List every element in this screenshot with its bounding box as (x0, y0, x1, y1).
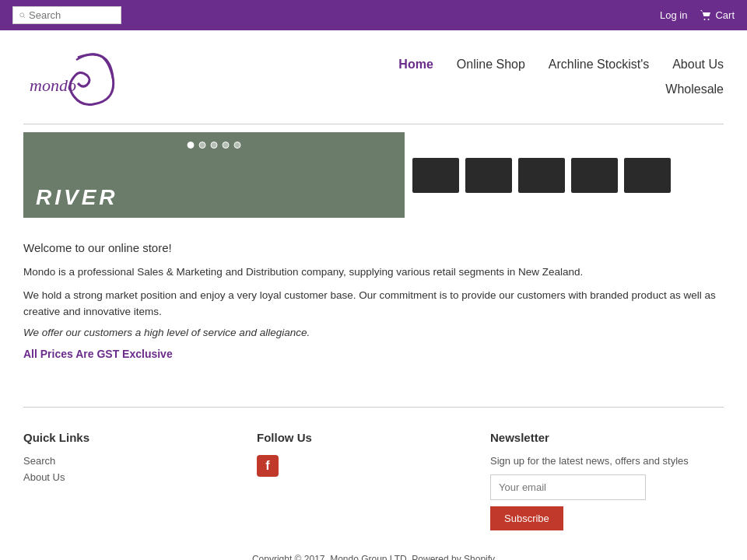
footer-aboutus-link[interactable]: About Us (23, 471, 257, 483)
footer-search-link[interactable]: Search (23, 455, 257, 467)
footer-newsletter: Newsletter Sign up for the latest news, … (490, 431, 724, 530)
newsletter-text: Sign up for the latest news, offers and … (490, 455, 724, 467)
footer: Quick Links Search About Us Follow Us f … (0, 408, 747, 546)
svg-line-1 (23, 16, 25, 18)
thumb-3[interactable] (518, 158, 565, 193)
thumb-2[interactable] (465, 158, 512, 193)
logo-image: mondo (23, 38, 117, 116)
main-content: Welcome to our online store! Mondo is a … (0, 226, 747, 383)
email-input[interactable] (490, 474, 646, 500)
search-input[interactable] (29, 9, 114, 21)
dot-4[interactable] (223, 142, 230, 149)
nav-top: Home Online Shop Archline Stockist's Abo… (398, 58, 724, 72)
nav-about-us[interactable]: About Us (672, 58, 724, 72)
banner-main[interactable]: RIVER (23, 132, 405, 218)
dot-1[interactable] (188, 142, 195, 149)
facebook-link[interactable]: f (257, 455, 279, 477)
thumb-5[interactable] (624, 158, 671, 193)
prices-note: All Prices Are GST Exclusive (23, 348, 724, 360)
copyright-text: Copyright © 2017, Mondo Group LTD. (252, 554, 409, 560)
search-form[interactable] (12, 6, 121, 24)
nav-area: Home Online Shop Archline Stockist's Abo… (398, 58, 724, 96)
svg-point-3 (708, 19, 710, 20)
dot-2[interactable] (199, 142, 206, 149)
followus-title: Follow Us (257, 431, 490, 444)
about-para-3: We offer our customers a high level of s… (23, 327, 724, 338)
thumb-4[interactable] (571, 158, 618, 193)
thumb-1[interactable] (412, 158, 459, 193)
about-para-1: Mondo is a professional Sales & Marketin… (23, 264, 724, 281)
header: mondo Home Online Shop Archline Stockist… (0, 30, 747, 124)
about-para-2: We hold a strong market position and enj… (23, 287, 724, 320)
nav-wholesale[interactable]: Wholesale (665, 82, 724, 96)
welcome-title: Welcome to our online store! (23, 241, 724, 254)
banner-area: RIVER (0, 124, 747, 226)
logo: mondo (23, 38, 117, 116)
search-icon (19, 11, 26, 20)
nav-archline[interactable]: Archline Stockist's (549, 58, 649, 72)
footer-followus: Follow Us f (257, 431, 490, 530)
nav-bottom: Wholesale (665, 82, 724, 96)
copyright-area: Copyright © 2017, Mondo Group LTD. Power… (0, 546, 747, 560)
newsletter-title: Newsletter (490, 431, 724, 444)
subscribe-button[interactable]: Subscribe (490, 506, 563, 530)
cart-wrap[interactable]: Cart (700, 9, 735, 22)
login-link[interactable]: Log in (660, 9, 687, 21)
banner-text: RIVER (36, 185, 118, 210)
footer-quicklinks: Quick Links Search About Us (23, 431, 257, 530)
svg-point-2 (704, 19, 706, 20)
dot-5[interactable] (234, 142, 241, 149)
svg-point-0 (20, 12, 24, 16)
dot-3[interactable] (211, 142, 218, 149)
nav-home[interactable]: Home (398, 58, 433, 72)
shopify-link[interactable]: Powered by Shopify (412, 554, 495, 560)
nav-online-shop[interactable]: Online Shop (457, 58, 525, 72)
cart-label: Cart (715, 9, 735, 21)
banner-thumbnails (412, 158, 671, 193)
cart-icon (700, 9, 712, 22)
banner-dots (188, 142, 241, 149)
top-bar: Log in Cart (0, 0, 747, 30)
top-bar-right: Log in Cart (660, 9, 735, 22)
quicklinks-title: Quick Links (23, 431, 257, 444)
